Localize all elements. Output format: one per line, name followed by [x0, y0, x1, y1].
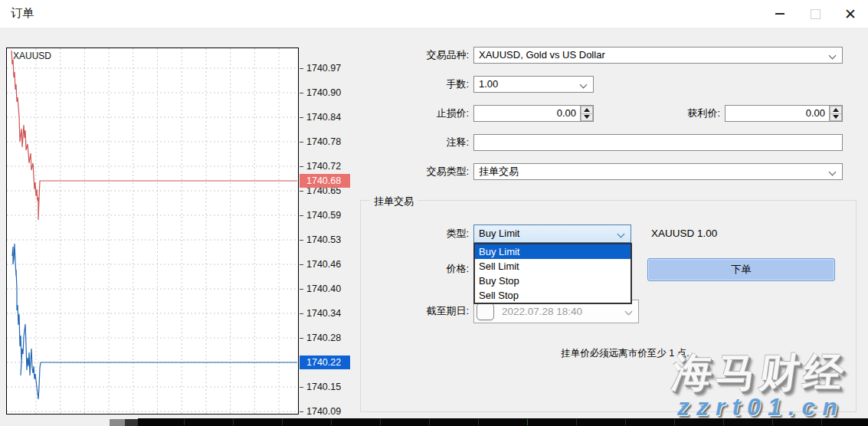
window-title: 订单: [11, 6, 34, 21]
price-scale-label: 1740.40: [306, 283, 341, 295]
expiry-label: 截至期日:: [360, 303, 469, 320]
spin-up-button[interactable]: [581, 106, 593, 114]
place-order-label: 下单: [731, 263, 752, 277]
close-icon: ✕: [844, 7, 857, 21]
stop-loss-label: 止损价:: [360, 105, 469, 122]
chevron-down-icon: [829, 52, 837, 60]
trade-type-combobox[interactable]: 挂单交易: [473, 163, 843, 180]
chart-symbol-label: XAUUSD: [13, 51, 51, 61]
time-axis-tick: [184, 419, 185, 425]
spin-down-button[interactable]: [830, 114, 842, 122]
time-axis-tick: [576, 419, 577, 425]
price-scale-tick: [300, 68, 303, 69]
order-type-option[interactable]: Buy Limit: [475, 244, 631, 259]
price-scale-tick: [300, 93, 303, 93]
price-chart: XAUUSD: [6, 48, 299, 415]
order-type-option[interactable]: Sell Stop: [475, 288, 631, 303]
volume-label: 手数:: [360, 76, 469, 93]
order-type-option[interactable]: Sell Limit: [475, 259, 631, 274]
take-profit-input[interactable]: 0.00: [725, 105, 843, 122]
price-scale-tick: [300, 289, 303, 290]
symbol-combobox[interactable]: XAUUSD, Gold vs US Dollar: [473, 47, 843, 64]
order-type-value: Buy Limit: [479, 228, 519, 239]
stop-loss-input[interactable]: 0.00: [473, 105, 594, 122]
triangle-up-icon: [833, 108, 839, 112]
price-scale-label: 1740.78: [306, 136, 341, 148]
order-summary-text: XAUUSD 1.00: [651, 228, 717, 239]
chevron-down-icon: [617, 231, 625, 238]
price-scale-tick: [300, 142, 303, 143]
order-type-listbox: Buy LimitSell LimitBuy StopSell Stop: [473, 243, 632, 304]
price-scale-label: 1740.15: [306, 381, 341, 393]
time-axis-tick: [527, 419, 528, 425]
chevron-down-icon: [625, 308, 633, 316]
order-type-label: 类型:: [360, 225, 469, 242]
take-profit-label: 获利价:: [611, 105, 720, 122]
chevron-down-icon: [829, 169, 837, 176]
group-title: 挂单交易: [370, 195, 418, 208]
symbol-label: 交易品种:: [360, 47, 469, 64]
price-scale-label: 1740.34: [306, 307, 341, 320]
close-button[interactable]: ✕: [833, 0, 868, 28]
price-scale-label: 1740.09: [306, 405, 341, 417]
stop-loss-spinner: [580, 106, 593, 121]
comment-input[interactable]: [473, 134, 843, 151]
order-type-option[interactable]: Buy Stop: [475, 274, 631, 288]
take-profit-value: 0.00: [806, 107, 825, 119]
take-profit-spinner: [829, 106, 842, 121]
price-scale-tick: [300, 240, 303, 241]
trade-type-value: 挂单交易: [479, 165, 519, 177]
background-strip-segment: [110, 419, 125, 426]
price-scale-label: 1740.28: [306, 332, 341, 344]
time-axis-tick: [429, 419, 430, 425]
minimize-button[interactable]: [762, 0, 798, 28]
spin-up-button[interactable]: [830, 106, 842, 114]
comment-label: 注释:: [360, 134, 469, 151]
price-label: 价格:: [360, 261, 469, 277]
price-scale: 1740.68 1740.22 1740.971740.901740.84174…: [300, 48, 352, 417]
bid-price-tag: 1740.22: [300, 356, 350, 369]
triangle-down-icon: [584, 115, 590, 119]
watermark-url: zzrt01.cn: [677, 393, 844, 421]
stop-loss-value: 0.00: [557, 107, 576, 119]
minimize-icon: [775, 13, 784, 15]
symbol-value: XAUUSD, Gold vs US Dollar: [479, 49, 605, 61]
title-bar: 订单 ✕: [0, 0, 868, 28]
price-scale-label: 1740.53: [306, 234, 341, 246]
time-axis-tick: [625, 419, 626, 425]
ask-price-tag: 1740.68: [300, 174, 350, 188]
order-dialog: 订单 ✕ XAUUSD 1740.68 1740.22 1740.971740.…: [0, 0, 868, 426]
volume-combobox[interactable]: 1.00: [473, 76, 594, 93]
price-scale-tick: [300, 117, 303, 118]
price-scale-tick: [300, 411, 303, 412]
spin-down-button[interactable]: [581, 114, 593, 122]
background-strip-segment: [125, 419, 138, 426]
time-axis-tick: [674, 419, 675, 425]
price-scale-tick: [300, 191, 303, 192]
maximize-button[interactable]: [798, 0, 833, 28]
time-axis-tick: [331, 419, 332, 425]
triangle-up-icon: [584, 108, 590, 112]
time-axis-tick: [380, 419, 381, 425]
price-scale-label: 1740.90: [306, 87, 341, 99]
chart-canvas: [7, 48, 298, 414]
volume-value: 1.00: [479, 78, 498, 90]
price-scale-label: 1740.59: [306, 209, 341, 221]
expiry-checkbox[interactable]: [477, 303, 494, 320]
price-scale-tick: [300, 215, 303, 216]
price-scale-tick: [300, 264, 303, 265]
price-scale-label: 1740.46: [306, 258, 341, 270]
chevron-down-icon: [580, 81, 588, 89]
maximize-icon: [811, 9, 821, 19]
price-scale-label: 1740.84: [306, 111, 341, 123]
place-order-button[interactable]: 下单: [647, 258, 835, 281]
window-controls: ✕: [762, 0, 868, 28]
watermark-title: 海马财经: [669, 346, 851, 400]
price-scale-tick: [300, 387, 303, 388]
trade-type-label: 交易类型:: [360, 163, 469, 180]
time-axis-tick: [282, 419, 283, 425]
price-scale-tick: [300, 338, 303, 339]
price-scale-tick: [300, 313, 303, 314]
order-type-combobox[interactable]: Buy Limit: [473, 224, 631, 243]
time-axis-tick: [233, 419, 234, 425]
